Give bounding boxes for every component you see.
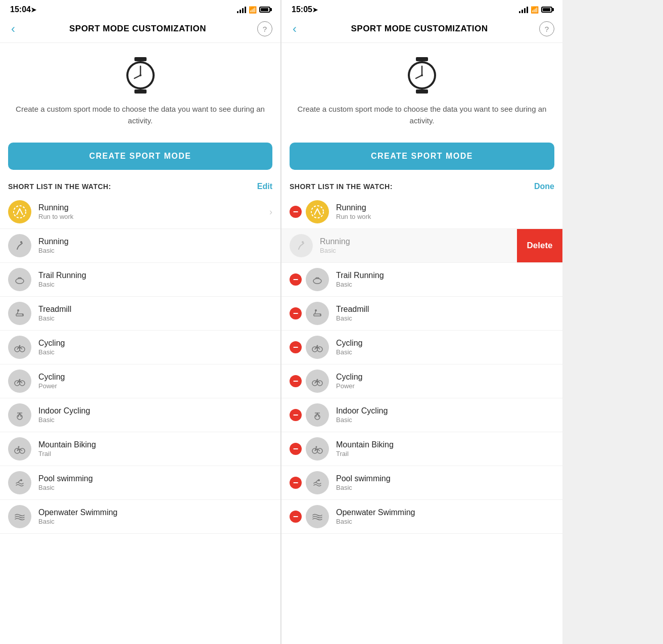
item-name: Running [38, 237, 272, 246]
edit-button-left[interactable]: Edit [257, 182, 272, 191]
help-button-left[interactable]: ? [257, 21, 272, 36]
item-sub: Trail [38, 450, 272, 457]
wifi-icon-left: 📶 [249, 6, 257, 14]
list-header-title-left: SHORT LIST IN THE WATCH: [8, 182, 111, 191]
delete-minus-icon[interactable]: − [290, 443, 302, 455]
back-button-right[interactable]: ‹ [290, 22, 300, 36]
list-item[interactable]: − Running Run to work [281, 195, 562, 229]
item-text: Cycling Power [38, 373, 272, 390]
item-sub: Basic [336, 484, 554, 491]
item-name: Openwater Swimming [336, 508, 554, 517]
back-button-left[interactable]: ‹ [8, 22, 18, 36]
item-sub: Basic [38, 348, 272, 356]
list-item[interactable]: − Mountain Biking Trail [281, 432, 562, 466]
item-text: Trail Running Basic [38, 271, 272, 288]
battery-icon-left [259, 7, 270, 13]
delete-minus-icon[interactable]: − [290, 307, 302, 319]
item-icon [8, 336, 31, 359]
svg-point-17 [19, 379, 21, 381]
item-icon [290, 234, 313, 257]
item-text: Treadmill Basic [336, 305, 554, 322]
item-icon [306, 268, 329, 291]
list-item[interactable]: − Cycling Power [281, 364, 562, 398]
item-sub: Run to work [38, 213, 269, 220]
item-sub: Basic [336, 416, 554, 424]
list-item[interactable]: Indoor Cycling Basic [0, 398, 280, 432]
watch-icon-left [120, 55, 161, 96]
item-icon [306, 200, 329, 223]
item-sub: Basic [336, 281, 554, 288]
list-item[interactable]: Treadmill Basic [0, 297, 280, 331]
chevron-icon: › [269, 207, 272, 217]
list-item[interactable]: Pool swimming Basic [0, 466, 280, 500]
item-icon [8, 200, 31, 223]
item-icon [306, 471, 329, 494]
list-item[interactable]: Cycling Basic [0, 331, 280, 364]
svg-point-38 [317, 345, 318, 347]
item-icon [8, 302, 31, 325]
item-sub: Trail [336, 450, 554, 457]
delete-minus-icon[interactable]: − [290, 206, 302, 218]
list-item[interactable]: − Openwater Swimming Basic [281, 500, 562, 534]
item-icon [8, 471, 31, 494]
nav-bar-right: ‹ SPORT MODE CUSTOMIZATION ? [281, 17, 562, 43]
item-name: Mountain Biking [38, 440, 272, 449]
item-icon [8, 370, 31, 393]
delete-minus-icon[interactable]: − [290, 477, 302, 489]
battery-icon-right [541, 7, 552, 13]
delete-minus-icon[interactable]: − [290, 375, 302, 387]
svg-point-42 [315, 415, 320, 420]
list-item[interactable]: − Treadmill Basic [281, 297, 562, 331]
delete-minus-icon[interactable]: − [290, 409, 302, 421]
item-name: Mountain Biking [336, 440, 554, 449]
create-sport-mode-button-left[interactable]: CREATE SPORT MODE [8, 143, 272, 170]
item-icon [306, 302, 329, 325]
list-item[interactable]: − Trail Running Basic [281, 263, 562, 297]
list-item[interactable]: Running Basic Delete [281, 229, 562, 263]
signal-bars-left [237, 7, 246, 13]
svg-point-18 [17, 415, 22, 420]
item-text: Openwater Swimming Basic [38, 508, 272, 525]
item-text: Trail Running Basic [336, 271, 554, 288]
item-text: Mountain Biking Trail [38, 440, 272, 457]
svg-point-35 [315, 309, 317, 311]
list-item[interactable]: − Indoor Cycling Basic [281, 398, 562, 432]
list-item[interactable]: Running Basic [0, 229, 280, 263]
item-icon [8, 234, 31, 257]
delete-minus-icon[interactable]: − [290, 511, 302, 523]
item-sub: Basic [38, 484, 272, 491]
delete-button[interactable]: Delete [517, 229, 562, 262]
list-item[interactable]: Trail Running Basic [0, 263, 280, 297]
done-button-right[interactable]: Done [534, 182, 554, 191]
svg-point-14 [19, 345, 21, 347]
delete-minus-icon[interactable]: − [290, 341, 302, 353]
item-name: Cycling [336, 339, 554, 348]
svg-point-31 [311, 206, 323, 218]
list-header-left: SHORT LIST IN THE WATCH: Edit [0, 178, 280, 195]
status-time-right: 15:05 [292, 5, 312, 14]
item-icon [8, 505, 31, 528]
item-name: Cycling [38, 339, 272, 348]
item-text: Openwater Swimming Basic [336, 508, 554, 525]
svg-point-22 [18, 446, 20, 448]
delete-minus-icon[interactable]: − [290, 273, 302, 286]
create-sport-mode-button-right[interactable]: CREATE SPORT MODE [290, 143, 554, 170]
list-item[interactable]: Running Run to work › [0, 195, 280, 229]
item-name: Trail Running [336, 271, 554, 280]
list-section-left: SHORT LIST IN THE WATCH: Edit Running Ru… [0, 178, 280, 644]
item-name: Running [336, 203, 554, 212]
item-name: Indoor Cycling [38, 406, 272, 416]
svg-point-32 [302, 241, 304, 243]
status-bar-left: 15:04 ➤ 📶 [0, 0, 280, 17]
help-button-right[interactable]: ? [539, 21, 554, 36]
svg-point-8 [20, 241, 22, 243]
list-item[interactable]: Mountain Biking Trail [0, 432, 280, 466]
item-sub: Basic [336, 348, 554, 356]
list-item[interactable]: − Cycling Basic [281, 331, 562, 364]
list-item[interactable]: Cycling Power [0, 364, 280, 398]
item-sub: Run to work [336, 213, 554, 220]
item-text: Pool swimming Basic [38, 474, 272, 491]
list-item[interactable]: Openwater Swimming Basic [0, 500, 280, 534]
watch-icon-right [402, 55, 442, 96]
list-item[interactable]: − Pool swimming Basic [281, 466, 562, 500]
